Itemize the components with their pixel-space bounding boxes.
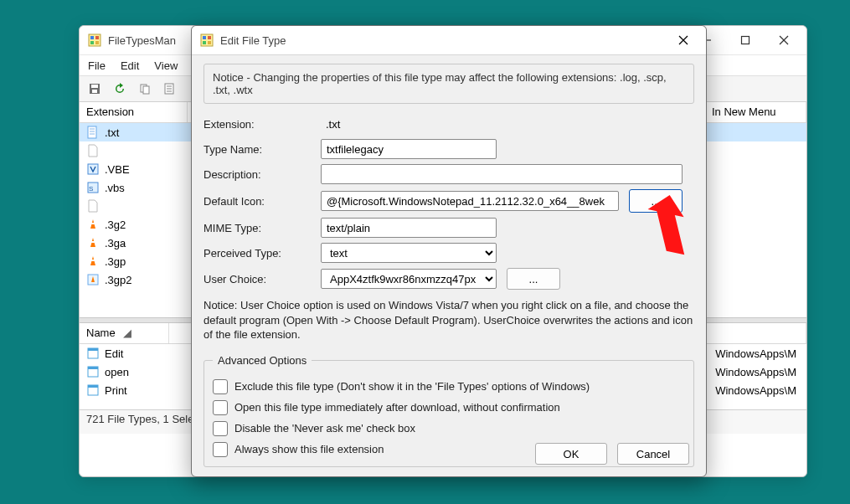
maximize-button[interactable]	[726, 28, 765, 53]
type-name-field[interactable]	[321, 139, 497, 159]
svg-rect-30	[88, 348, 98, 351]
close-icon	[677, 34, 689, 46]
txt-icon	[86, 126, 100, 139]
svg-rect-18	[88, 126, 96, 138]
svg-rect-4	[95, 41, 99, 44]
vlc-icon	[86, 218, 100, 231]
action-label: Print	[105, 384, 127, 397]
checkbox-disable-never-ask[interactable]: Disable the 'Never ask me' check box	[213, 421, 685, 436]
action-path: WindowsApps\M	[715, 347, 796, 360]
dialog-body: Notice - Changing the properties of this…	[192, 55, 706, 477]
svg-rect-27	[91, 260, 95, 261]
blank-file-icon	[86, 199, 100, 213]
browse-icon-button[interactable]: ...	[629, 189, 683, 213]
edit-file-type-dialog: Edit File Type Notice - Changing the pro…	[191, 25, 707, 477]
svg-rect-36	[203, 36, 206, 39]
vlc-icon	[86, 236, 100, 249]
toolbar-refresh-icon[interactable]	[110, 79, 130, 99]
notepad-icon	[86, 383, 100, 397]
vlc-icon	[86, 255, 100, 268]
ext-label: .3g2	[105, 219, 126, 231]
svg-rect-11	[92, 90, 97, 93]
label-perceived-type: Perceived Type:	[203, 247, 321, 260]
svg-rect-39	[208, 41, 211, 44]
vbe-icon	[86, 162, 100, 176]
ext-label: .3gp	[105, 255, 126, 268]
svg-rect-38	[203, 41, 206, 44]
dialog-close-button[interactable]	[664, 28, 703, 53]
svg-rect-13	[143, 86, 149, 94]
label-mime-type: MIME Type:	[203, 222, 321, 234]
description-field[interactable]	[321, 164, 683, 184]
checkbox-icon	[213, 379, 228, 394]
notepad-icon	[86, 347, 100, 360]
vbs-icon: S	[86, 181, 100, 194]
label-type-name: Type Name:	[203, 143, 321, 156]
menu-file[interactable]: File	[88, 59, 106, 72]
label-extension: Extension:	[203, 118, 321, 131]
dialog-titlebar: Edit File Type	[192, 26, 706, 55]
svg-rect-37	[208, 36, 211, 39]
svg-rect-6	[742, 37, 750, 44]
action-label: open	[105, 366, 129, 378]
dialog-title: Edit File Type	[220, 34, 664, 47]
menu-view[interactable]: View	[154, 59, 178, 72]
perceived-type-select[interactable]: text	[321, 243, 497, 263]
sort-indicator-icon: ◢	[123, 327, 131, 339]
action-label: Edit	[105, 347, 123, 360]
checkbox-icon	[213, 442, 228, 457]
toolbar-properties-icon[interactable]	[160, 79, 180, 99]
menu-edit[interactable]: Edit	[121, 59, 139, 72]
label-default-icon: Default Icon:	[203, 195, 321, 208]
svg-rect-3	[90, 41, 94, 44]
action-path: WindowsApps\M	[715, 384, 796, 397]
toolbar-copy-icon[interactable]	[135, 79, 155, 99]
close-icon	[779, 35, 789, 45]
ext-label: .vbs	[105, 182, 125, 194]
checkbox-icon	[213, 421, 228, 436]
svg-text:S: S	[89, 185, 93, 193]
user-choice-select[interactable]: AppX4ztfk9wxr86nxmzzq47px	[321, 269, 497, 289]
svg-rect-25	[91, 223, 95, 224]
ok-button[interactable]: OK	[535, 443, 607, 465]
user-choice-notice: Notice: User Choice option is used on Wi…	[203, 298, 694, 342]
svg-rect-32	[88, 367, 98, 369]
extension-value	[321, 114, 497, 134]
ext-label: .txt	[105, 126, 119, 139]
user-choice-browse-button[interactable]: ...	[507, 268, 560, 290]
default-icon-field[interactable]	[321, 191, 619, 211]
app-icon	[88, 33, 101, 47]
col-name[interactable]: Name ◢	[80, 323, 169, 343]
svg-rect-2	[95, 36, 99, 39]
blank-file-icon	[86, 144, 100, 157]
col-in-new-menu[interactable]: In New Menu	[705, 102, 806, 122]
toolbar-save-icon[interactable]	[85, 79, 105, 99]
ext-label: .3gp2	[105, 274, 132, 286]
vlc-3gp2-icon	[86, 273, 100, 286]
label-description: Description:	[203, 168, 321, 181]
app-icon	[200, 33, 214, 47]
checkbox-exclude[interactable]: Exclude this file type (Don't show it in…	[213, 379, 685, 394]
notice-text: Notice - Changing the properties of this…	[203, 64, 694, 104]
advanced-options-legend: Advanced Options	[213, 354, 312, 367]
mime-type-field[interactable]	[321, 218, 497, 238]
checkbox-open-immediately[interactable]: Open this file type immediately after do…	[213, 400, 685, 415]
label-user-choice: User Choice:	[203, 273, 321, 285]
action-path: WindowsApps\M	[715, 366, 796, 378]
ext-label: .VBE	[105, 163, 130, 176]
svg-rect-26	[91, 241, 95, 243]
svg-rect-34	[88, 385, 98, 388]
col-extension[interactable]: Extension	[80, 102, 188, 122]
notepad-icon	[86, 365, 100, 378]
svg-rect-1	[90, 36, 94, 39]
svg-rect-10	[91, 85, 98, 88]
cancel-button[interactable]: Cancel	[617, 443, 689, 465]
maximize-icon	[740, 35, 750, 45]
close-button[interactable]	[765, 28, 803, 53]
ext-label: .3ga	[105, 237, 126, 249]
checkbox-icon	[213, 400, 228, 415]
